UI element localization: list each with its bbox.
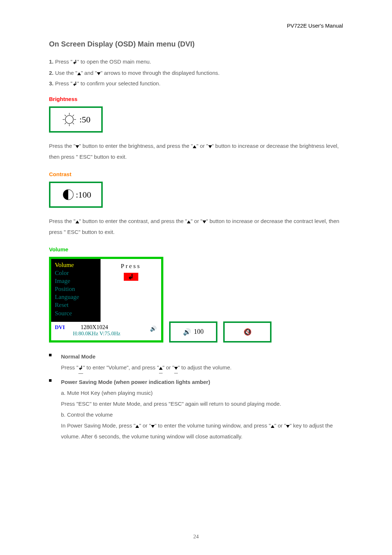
brightness-icon xyxy=(61,112,77,127)
resolution-label: 1280X1024 xyxy=(81,324,108,330)
enter-icon: ↲ xyxy=(73,59,77,65)
section-title: On Screen Display (OSD) Main menu (DVI) xyxy=(49,40,343,48)
step-text: " arrows to move through the displayed f… xyxy=(101,70,220,76)
text-part: In Power Saving Mode, press " xyxy=(61,422,135,429)
osd-main-menu: Volume Color Image Position Language Res… xyxy=(49,257,163,343)
menu-item-image: Image xyxy=(55,277,97,285)
square-bullet-icon xyxy=(49,379,52,382)
menu-item-source: Source xyxy=(55,309,97,317)
contrast-heading: Contrast xyxy=(49,171,343,177)
step-text: Press " xyxy=(54,80,73,86)
step-text: " and " xyxy=(81,70,97,76)
triangle-up-icon xyxy=(75,220,79,223)
text-part: " to enter the volume tuning window, and… xyxy=(155,422,271,429)
brightness-description: Press the "" button to enter the brightn… xyxy=(49,141,343,162)
step-1: 1. Press "↲" to open the OSD main menu. xyxy=(49,58,343,65)
speaker-mute-icon: 🔇 xyxy=(244,328,252,336)
menu-item-language: Language xyxy=(55,293,97,301)
brightness-value: :50 xyxy=(79,115,91,125)
text-part: " or " xyxy=(191,218,202,224)
signal-type: DVI xyxy=(55,324,65,330)
menu-item-color: Color xyxy=(55,269,97,277)
normal-mode-text: Press "↲" to enter "Volume", and press "… xyxy=(61,362,343,374)
triangle-up-icon xyxy=(187,220,191,223)
svg-line-5 xyxy=(65,115,66,116)
triangle-up-icon xyxy=(159,362,163,373)
step-text: " to confirm your selected function. xyxy=(77,80,161,86)
power-saving-title: Power Saving Mode (when power indication… xyxy=(61,377,343,388)
brightness-osd-box: :50 xyxy=(49,106,103,133)
triangle-up-icon xyxy=(135,425,139,428)
contrast-value: :100 xyxy=(76,190,91,200)
triangle-down-icon xyxy=(286,425,290,428)
bullet-power-saving: Power Saving Mode (when power indication… xyxy=(49,377,343,442)
osd-menu-list: Volume Color Image Position Language Res… xyxy=(51,259,101,322)
triangle-down-icon xyxy=(203,220,206,223)
triangle-up-icon xyxy=(77,72,81,75)
triangle-down-icon xyxy=(174,362,178,373)
step-num: 1. xyxy=(49,58,54,65)
triangle-down-icon xyxy=(75,145,79,148)
osd-menu-top: Volume Color Image Position Language Res… xyxy=(51,259,161,322)
menu-item-reset: Reset xyxy=(55,301,97,309)
menu-item-position: Position xyxy=(55,285,97,293)
step-num: 3. xyxy=(49,80,54,86)
svg-point-0 xyxy=(65,116,73,123)
svg-line-6 xyxy=(73,123,74,124)
text-part: Press the " xyxy=(49,143,75,149)
bullet-normal-mode: Normal Mode Press "↲" to enter "Volume",… xyxy=(49,351,343,374)
text-part: " or " xyxy=(274,422,286,429)
step-text: " to open the OSD main menu. xyxy=(77,58,151,65)
text-part: " to enter "Volume", and press " xyxy=(83,364,159,370)
svg-line-8 xyxy=(65,123,66,124)
volume-heading: Volume xyxy=(49,246,343,252)
text-part: " or " xyxy=(139,422,151,429)
speaker-on-icon: 🔊 xyxy=(183,328,191,336)
text-part: Press " xyxy=(61,364,78,370)
control-volume-label: b. Control the volume xyxy=(61,409,343,420)
step-text: Use the " xyxy=(54,70,77,76)
contrast-description: Press the "" button to enter the contras… xyxy=(49,216,343,238)
text-part: Press the " xyxy=(49,218,75,224)
osd-menu-right-panel: Press ↲ xyxy=(101,259,161,322)
square-bullet-icon xyxy=(49,354,52,356)
step-text: Press " xyxy=(54,58,73,65)
step-2: 2. Use the "" and "" arrows to move thro… xyxy=(49,70,343,76)
normal-mode-title: Normal Mode xyxy=(61,351,343,362)
volume-row: Volume Color Image Position Language Res… xyxy=(49,257,343,343)
text-part: " to adjust the volume. xyxy=(178,364,232,370)
contrast-osd-box: :100 xyxy=(49,182,103,208)
osd-status-bar: DVI 1280X1024 H:80.0KHz V:75.0Hz 🔊 xyxy=(51,322,161,340)
step-3: 3. Press "↲" to confirm your selected fu… xyxy=(49,80,343,87)
mute-hotkey-text: Press "ESC" to enter Mute Mode, and pres… xyxy=(61,398,343,409)
triangle-down-icon xyxy=(97,72,101,75)
mute-indicator: 🔇 xyxy=(223,321,271,343)
triangle-up-icon xyxy=(271,425,274,428)
triangle-down-icon xyxy=(151,425,155,428)
enter-icon: ↲ xyxy=(78,362,83,374)
text-part: " or " xyxy=(196,143,208,149)
menu-item-volume: Volume xyxy=(55,261,97,269)
enter-icon: ↲ xyxy=(73,81,77,87)
text-part: " or " xyxy=(163,364,174,370)
text-part: " button to enter the brightness, and pr… xyxy=(79,143,193,149)
page-number: 24 xyxy=(0,534,392,540)
contrast-icon xyxy=(61,187,76,202)
triangle-down-icon xyxy=(208,145,212,148)
press-label: Press xyxy=(121,263,141,270)
enter-key-icon: ↲ xyxy=(124,273,138,281)
volume-value: 100 xyxy=(194,328,204,336)
page-content: On Screen Display (OSD) Main menu (DVI) … xyxy=(0,0,392,457)
volume-indicator: 🔊 100 xyxy=(169,321,217,343)
page-header: PV722E User's Manual xyxy=(287,23,343,29)
frequency-label: H:80.0KHz V:75.0Hz xyxy=(73,331,121,336)
speaker-on-icon: 🔊 xyxy=(150,325,157,332)
control-volume-text: In Power Saving Mode, press "" or "" to … xyxy=(61,420,343,442)
step-num: 2. xyxy=(49,70,54,76)
mute-hotkey-label: a. Mute Hot Key (when playing music) xyxy=(61,388,343,398)
svg-line-7 xyxy=(73,115,74,116)
triangle-up-icon xyxy=(193,145,196,148)
brightness-heading: Brightness xyxy=(49,96,343,102)
text-part: " button to enter the contrast, and pres… xyxy=(79,218,187,224)
